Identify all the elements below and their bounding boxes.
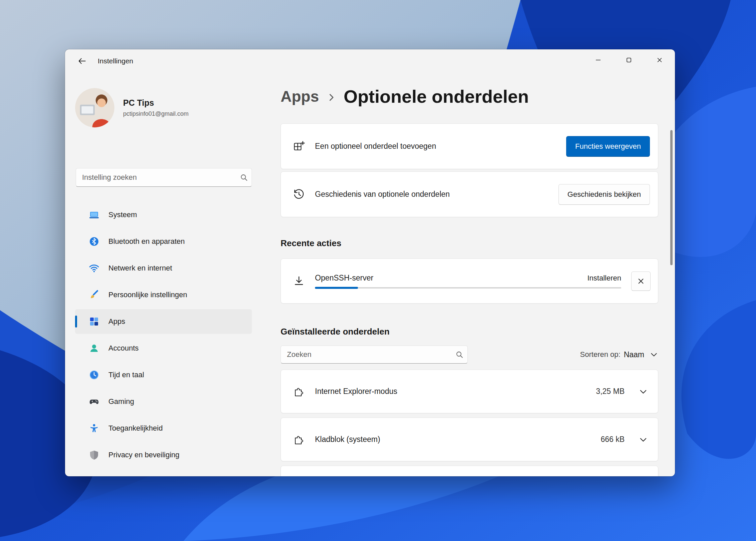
sidebar-item-label: Accounts bbox=[108, 344, 139, 353]
avatar bbox=[75, 88, 114, 127]
sidebar-item-label: Toegankelijkheid bbox=[108, 424, 163, 433]
chevron-down-icon bbox=[650, 350, 658, 359]
time-language-icon bbox=[88, 369, 100, 381]
feature-size: 666 kB bbox=[601, 435, 625, 444]
installed-item-row: Internet Explorer-modus 3,25 MB bbox=[281, 370, 658, 413]
settings-window: Instellingen bbox=[65, 49, 675, 476]
installed-filter-row: Sorteren op: Naam bbox=[281, 346, 658, 364]
arrow-left-icon bbox=[78, 57, 86, 65]
sidebar-item-label: Tijd en taal bbox=[108, 371, 144, 379]
sidebar-item-label: Apps bbox=[108, 317, 125, 326]
download-icon bbox=[292, 275, 306, 287]
view-features-button[interactable]: Functies weergeven bbox=[566, 136, 650, 157]
sidebar-item-toegankelijkheid[interactable]: Toegankelijkheid bbox=[75, 416, 252, 441]
search-icon bbox=[236, 173, 252, 181]
add-optional-feature-row: Een optioneel onderdeel toevoegen Functi… bbox=[281, 123, 658, 169]
bluetooth-icon bbox=[88, 236, 100, 247]
sidebar: PC Tips pctipsinfo01@gmail.com Systeem bbox=[65, 73, 272, 476]
scrollbar[interactable] bbox=[670, 130, 673, 265]
settings-search bbox=[76, 168, 252, 187]
settings-search-input[interactable] bbox=[76, 168, 236, 186]
add-feature-icon bbox=[292, 140, 306, 153]
puzzle-icon bbox=[292, 386, 306, 398]
feature-name: Internet Explorer-modus bbox=[315, 387, 596, 396]
sidebar-nav: Systeem Bluetooth en apparaten Netwerk e… bbox=[75, 202, 252, 476]
expand-chevron-icon[interactable] bbox=[639, 435, 648, 444]
sidebar-item-label: Systeem bbox=[108, 210, 137, 219]
accounts-icon bbox=[88, 343, 100, 354]
add-feature-label: Een optioneel onderdeel toevoegen bbox=[315, 142, 566, 151]
view-history-button[interactable]: Geschiedenis bekijken bbox=[558, 184, 650, 205]
search-icon bbox=[451, 351, 467, 359]
sort-dropdown[interactable]: Sorteren op: Naam bbox=[580, 350, 658, 359]
window-title: Instellingen bbox=[98, 57, 133, 65]
installed-item-row-partial bbox=[281, 466, 658, 476]
main-content: Apps Optionele onderdelen Een optioneel … bbox=[281, 49, 658, 476]
sidebar-item-apps[interactable]: Apps bbox=[75, 309, 252, 334]
sidebar-item-label: Persoonlijke instellingen bbox=[108, 291, 187, 299]
feature-size: 3,25 MB bbox=[596, 387, 625, 396]
sidebar-item-tijd-en-taal[interactable]: Tijd en taal bbox=[75, 363, 252, 387]
close-icon bbox=[637, 277, 645, 285]
sidebar-item-windows-update[interactable]: Windows Update bbox=[75, 469, 252, 476]
installed-features-heading: Geïnstalleerde onderdelen bbox=[281, 326, 658, 337]
expand-chevron-icon[interactable] bbox=[639, 387, 648, 396]
sidebar-item-label: Bluetooth en apparaten bbox=[108, 237, 185, 246]
selected-indicator bbox=[75, 316, 77, 328]
sort-label: Sorteren op: bbox=[580, 350, 621, 359]
puzzle-icon bbox=[292, 434, 306, 446]
sidebar-item-gaming[interactable]: Gaming bbox=[75, 389, 252, 414]
sidebar-item-bluetooth[interactable]: Bluetooth en apparaten bbox=[75, 229, 252, 254]
privacy-shield-icon bbox=[88, 449, 100, 461]
sidebar-item-persoonlijke-instellingen[interactable]: Persoonlijke instellingen bbox=[75, 283, 252, 307]
sidebar-item-label: Gaming bbox=[108, 397, 134, 406]
apps-icon bbox=[88, 316, 100, 327]
dismiss-recent-button[interactable] bbox=[631, 272, 651, 291]
feature-name: Kladblok (systeem) bbox=[315, 435, 601, 444]
sidebar-item-netwerk[interactable]: Netwerk en internet bbox=[75, 256, 252, 281]
history-icon bbox=[292, 188, 306, 201]
windows-update-icon bbox=[88, 476, 100, 476]
installed-search bbox=[281, 346, 468, 364]
recent-action-row: OpenSSH-server Installeren bbox=[281, 258, 658, 304]
system-icon bbox=[88, 209, 100, 220]
page-title: Optionele onderdelen bbox=[344, 86, 529, 107]
recent-item-name: OpenSSH-server bbox=[315, 274, 373, 283]
installed-item-row: Kladblok (systeem) 666 kB bbox=[281, 418, 658, 461]
progress-bar bbox=[315, 287, 621, 289]
accessibility-icon bbox=[88, 423, 100, 434]
feature-history-row: Geschiedenis van optionele onderdelen Ge… bbox=[281, 171, 658, 217]
installed-search-input[interactable] bbox=[281, 346, 451, 363]
sidebar-item-label: Netwerk en internet bbox=[108, 264, 172, 273]
chevron-right-icon bbox=[326, 92, 336, 102]
user-profile[interactable]: PC Tips pctipsinfo01@gmail.com bbox=[75, 88, 188, 127]
network-icon bbox=[88, 262, 100, 274]
recent-item-status: Installeren bbox=[587, 274, 621, 283]
breadcrumb-parent[interactable]: Apps bbox=[281, 87, 319, 105]
user-email: pctipsinfo01@gmail.com bbox=[123, 110, 188, 117]
breadcrumb: Apps Optionele onderdelen bbox=[281, 85, 658, 107]
sidebar-item-accounts[interactable]: Accounts bbox=[75, 336, 252, 361]
sidebar-item-privacy[interactable]: Privacy en beveiliging bbox=[75, 443, 252, 467]
sort-value: Naam bbox=[624, 350, 644, 359]
back-button[interactable] bbox=[71, 52, 93, 70]
gaming-icon bbox=[88, 396, 100, 407]
personalization-icon bbox=[88, 289, 100, 301]
recent-actions-heading: Recente acties bbox=[281, 238, 658, 248]
history-label: Geschiedenis van optionele onderdelen bbox=[315, 190, 558, 199]
user-name: PC Tips bbox=[123, 98, 188, 108]
sidebar-item-systeem[interactable]: Systeem bbox=[75, 202, 252, 227]
sidebar-item-label: Privacy en beveiliging bbox=[108, 451, 179, 459]
progress-fill bbox=[315, 287, 358, 289]
